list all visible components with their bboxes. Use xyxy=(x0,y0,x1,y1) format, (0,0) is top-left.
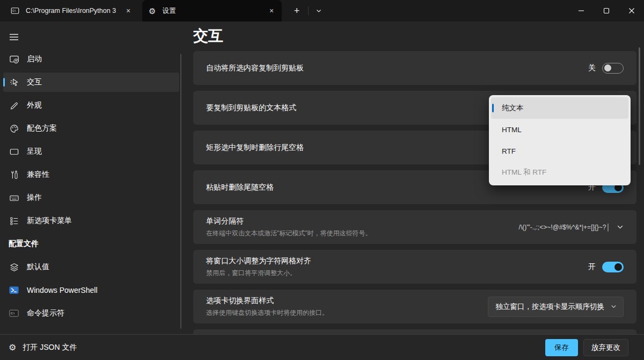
snap-to-grid-toggle[interactable] xyxy=(602,262,624,272)
sidebar-item-rendering[interactable]: 呈现 xyxy=(3,142,179,161)
sidebar-scrollbar[interactable] xyxy=(180,54,181,329)
sidebar-item-cmd[interactable]: C:\ 命令提示符 xyxy=(3,304,179,323)
sidebar-item-interaction[interactable]: 交互 xyxy=(3,73,179,92)
selection-indicator xyxy=(3,78,5,87)
toggle-state-label: 关 xyxy=(588,63,596,73)
setting-label: 自动将所选内容复制到剪贴板 xyxy=(206,63,304,73)
setting-row-partial xyxy=(193,329,636,334)
option-selection-indicator xyxy=(492,104,494,112)
maximize-button[interactable] xyxy=(594,0,619,21)
sidebar-item-compatibility[interactable]: 兼容性 xyxy=(3,165,179,184)
sidebar-item-label: 默认值 xyxy=(27,262,49,272)
word-delimiters-value: /\()"'-.,:;<>~!@#$%^&*|+=[]{}~?│ xyxy=(519,224,610,231)
dropdown-option-plain-text[interactable]: 纯文本 xyxy=(491,97,628,119)
sidebar-item-new-tab-menu[interactable]: 新选项卡菜单 xyxy=(3,211,179,231)
sidebar-item-label: 新选项卡菜单 xyxy=(27,216,72,226)
open-json-label: 打开 JSON 文件 xyxy=(23,343,77,352)
dropdown-option-html[interactable]: HTML xyxy=(491,119,628,140)
sidebar-item-label: 操作 xyxy=(27,193,42,203)
sidebar-item-startup[interactable]: 启动 xyxy=(3,49,179,69)
setting-label: 将窗口大小调整为字符网格对齐 xyxy=(206,256,311,266)
dropdown-option-rtf[interactable]: RTF xyxy=(491,140,628,162)
cmd-icon: C:\ xyxy=(9,308,19,318)
sidebar-item-powershell[interactable]: Windows PowerShell xyxy=(3,280,179,300)
minimize-button[interactable] xyxy=(568,0,594,21)
close-tab-icon[interactable]: × xyxy=(265,4,279,18)
gear-icon: ⚙ xyxy=(149,7,156,15)
windows-terminal-settings-window: C:\ C:\Program Files\IronPython 3 × ⚙ 设置… xyxy=(0,0,644,360)
color-scheme-icon xyxy=(9,124,19,134)
open-json-file-button[interactable]: ⚙ 打开 JSON 文件 xyxy=(9,343,77,352)
setting-label: 要复制到剪贴板的文本格式 xyxy=(206,103,296,113)
powershell-icon xyxy=(9,285,19,295)
setting-label: 选项卡切换界面样式 xyxy=(206,296,328,306)
discard-changes-button[interactable]: 放弃更改 xyxy=(583,339,628,356)
sidebar-nav: 启动 交互 外观 配色方案 xyxy=(0,49,182,327)
auto-copy-toggle[interactable] xyxy=(602,63,624,74)
setting-label: 粘贴时删除尾随空格 xyxy=(206,183,274,192)
sidebar-item-label: Windows PowerShell xyxy=(27,286,98,294)
appearance-icon xyxy=(9,100,19,111)
compatibility-icon xyxy=(9,170,19,180)
sidebar-item-label: 外观 xyxy=(27,100,42,110)
tabbar-divider xyxy=(308,6,309,15)
new-tab-menu-icon xyxy=(9,216,19,226)
sidebar-item-label: 呈现 xyxy=(27,147,42,156)
toggle-state-label: 开 xyxy=(588,262,596,272)
chevron-down-icon[interactable] xyxy=(617,224,624,231)
defaults-icon xyxy=(9,262,19,272)
gear-icon: ⚙ xyxy=(9,343,16,352)
content-scrollbar[interactable] xyxy=(639,47,640,165)
interaction-icon xyxy=(9,77,19,88)
sidebar-item-label: 兼容性 xyxy=(27,170,49,179)
setting-row-snap-to-grid: 将窗口大小调整为字符网格对齐 禁用后，窗口将平滑调整大小。 开 xyxy=(193,250,636,284)
setting-label: 矩形选中复制时删除行尾空格 xyxy=(206,143,304,153)
window-controls xyxy=(568,0,644,21)
toggle-knob xyxy=(614,263,622,271)
dropdown-option-html-and-rtf[interactable]: HTML 和 RTF xyxy=(491,162,628,183)
setting-label: 单词分隔符 xyxy=(206,217,372,226)
sidebar-item-defaults[interactable]: 默认值 xyxy=(3,257,179,277)
sidebar-item-appearance[interactable]: 外观 xyxy=(3,96,179,115)
option-label: 纯文本 xyxy=(502,103,524,113)
toggle-knob xyxy=(604,64,611,71)
option-label: HTML 和 RTF xyxy=(502,168,546,177)
new-tab-button[interactable]: + xyxy=(289,3,305,18)
rendering-icon xyxy=(9,147,19,157)
setting-row-tab-switcher: 选项卡切换界面样式 选择使用键盘切换选项卡时将使用的接口。 独立窗口，按选项卡显… xyxy=(193,290,636,323)
actions-icon xyxy=(9,193,19,203)
setting-description: 选择使用键盘切换选项卡时将使用的接口。 xyxy=(206,309,328,316)
launch-icon xyxy=(9,54,19,64)
tab-switcher-select[interactable]: 独立窗口，按选项卡显示顺序切换 xyxy=(488,297,624,317)
svg-text:C:\: C:\ xyxy=(12,10,16,12)
tab-settings[interactable]: ⚙ 设置 × xyxy=(142,0,282,21)
save-button[interactable]: 保存 xyxy=(545,339,578,356)
sidebar-item-color-schemes[interactable]: 配色方案 xyxy=(3,119,179,138)
setting-description: 在终端中双击文本或激活"标记模式"时，将使用这些符号。 xyxy=(206,229,372,237)
tab-ironpython[interactable]: C:\ C:\Program Files\IronPython 3 × xyxy=(4,0,138,21)
setting-row-auto-copy: 自动将所选内容复制到剪贴板 关 xyxy=(193,51,636,85)
terminal-icon: C:\ xyxy=(11,6,19,15)
setting-description: 禁用后，窗口将平滑调整大小。 xyxy=(206,269,296,277)
tab-title: 设置 xyxy=(162,6,265,16)
settings-sidebar: 启动 交互 外观 配色方案 xyxy=(0,21,182,334)
copy-format-dropdown-menu: 纯文本 HTML RTF HTML 和 RTF xyxy=(489,95,631,185)
chevron-down-icon xyxy=(611,304,617,309)
setting-row-word-delimiters: 单词分隔符 在终端中双击文本或激活"标记模式"时，将使用这些符号。 /\()"'… xyxy=(193,210,636,244)
tab-bar: C:\ C:\Program Files\IronPython 3 × ⚙ 设置… xyxy=(0,0,644,21)
page-title: 交互 xyxy=(193,26,644,46)
tab-title: C:\Program Files\IronPython 3 xyxy=(26,7,121,15)
sidebar-item-label: 命令提示符 xyxy=(27,308,64,318)
sidebar-item-label: 配色方案 xyxy=(27,124,57,133)
sidebar-item-actions[interactable]: 操作 xyxy=(3,188,179,207)
sidebar-item-label: 交互 xyxy=(27,77,42,87)
svg-text:C:\: C:\ xyxy=(11,312,14,315)
option-label: HTML xyxy=(502,126,522,134)
tab-dropdown-button[interactable] xyxy=(311,3,326,18)
close-tab-icon[interactable]: × xyxy=(121,4,135,18)
settings-footer: ⚙ 打开 JSON 文件 保存 放弃更改 xyxy=(0,334,644,360)
hamburger-menu-button[interactable] xyxy=(4,28,24,46)
select-value: 独立窗口，按选项卡显示顺序切换 xyxy=(496,302,605,312)
close-window-button[interactable] xyxy=(619,0,644,21)
sidebar-section-profiles: 配置文件 xyxy=(3,234,179,254)
